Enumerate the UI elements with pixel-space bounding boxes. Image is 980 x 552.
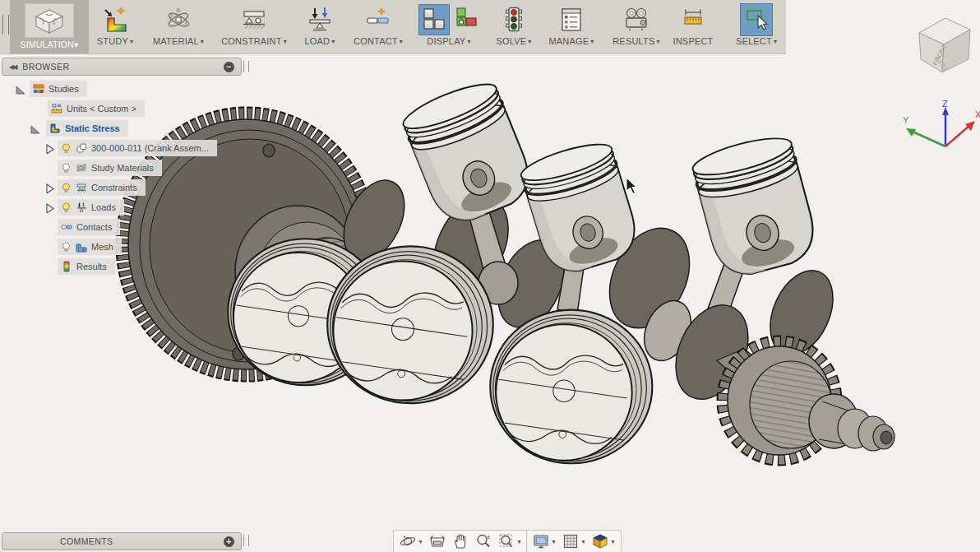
visibility-bulb-on-icon[interactable] — [61, 143, 72, 154]
visibility-bulb-on-icon[interactable] — [61, 183, 72, 193]
dropdown-arrow: ▾ — [400, 38, 403, 45]
tab-label: LOAD — [305, 36, 331, 46]
study-materials-atom-icon — [76, 162, 87, 174]
tree-label: Units < Custom > — [67, 104, 136, 114]
tree-item-study-materials[interactable]: Study Materials — [58, 160, 162, 176]
axis-triad: Z Y X — [901, 99, 980, 165]
axis-y-label: Y — [903, 115, 909, 125]
tree-item-constraints[interactable]: Constraints — [58, 179, 146, 196]
tree-label: 300-000-011 (Crank Assem... — [91, 143, 209, 153]
solve-traffic-light-icon — [500, 6, 528, 34]
piston-upper-1 — [399, 76, 539, 230]
grid-and-snaps-button[interactable]: ▼ — [559, 531, 589, 551]
load-icon — [306, 6, 334, 34]
tree-item-contacts[interactable]: Contacts — [58, 219, 120, 235]
dropdown-arrow: ▾ — [467, 38, 470, 45]
workspace-switcher[interactable]: SIMULATION▾ — [10, 0, 89, 53]
tree-item-static-stress[interactable]: Static Stress — [46, 120, 128, 137]
zoom-button[interactable]: ± — [472, 531, 495, 551]
tab-load[interactable]: LOAD▾ — [291, 0, 349, 53]
fit-button[interactable]: ▼ — [495, 531, 525, 551]
look-at-button[interactable] — [426, 531, 449, 551]
visibility-bulb-off-icon[interactable] — [61, 242, 72, 253]
study-icon — [101, 6, 129, 34]
tab-contact[interactable]: CONTACT▾ — [342, 0, 414, 53]
tab-material[interactable]: MATERIAL▾ — [144, 0, 213, 53]
look-at-icon — [428, 532, 446, 550]
visibility-bulb-on-icon[interactable] — [61, 202, 72, 213]
tab-label: SELECT — [736, 36, 772, 46]
tree-item-studies[interactable]: Studies — [30, 81, 87, 97]
orbit-button[interactable]: ▼ — [396, 531, 426, 551]
tab-constraint[interactable]: CONSTRAINT▾ — [213, 0, 295, 53]
tab-label: MANAGE — [548, 36, 589, 46]
select-selected-highlight — [740, 3, 773, 36]
expanded-triangle-icon[interactable] — [15, 84, 25, 95]
static-stress-icon — [49, 123, 61, 134]
view-cube[interactable]: FRONT LEFT — [909, 7, 980, 86]
tree-item-results[interactable]: Results — [58, 258, 115, 275]
tree-label: Study Materials — [91, 163, 154, 173]
browser-panel-grip[interactable] — [243, 61, 249, 72]
pan-button[interactable] — [449, 531, 472, 551]
tab-study[interactable]: STUDY▾ — [84, 0, 146, 53]
constraints-icon — [76, 182, 87, 193]
inspect-ruler-icon — [679, 6, 707, 34]
tree-item-component[interactable]: 300-000-011 (Crank Assem... — [58, 140, 217, 156]
comments-title: COMMENTS — [60, 536, 113, 546]
tab-solve[interactable]: SOLVE▾ — [485, 0, 543, 53]
dropdown-arrow: ▾ — [528, 38, 531, 45]
browser-panel-header[interactable]: ◀◀ BROWSER − — [2, 58, 242, 76]
dropdown-arrow: ▾ — [130, 38, 133, 45]
zoom-icon: ± — [474, 532, 492, 550]
tab-results[interactable]: RESULTS▾ — [603, 0, 669, 53]
navigation-toolbar: ▼ ± ▼ — [393, 530, 528, 552]
tab-manage[interactable]: MANAGE▾ — [537, 0, 606, 53]
constraint-icon — [240, 6, 268, 34]
ribbon-toolbar: SIMULATION▾ STUDY▾ MATERIAL▾ — [0, 0, 786, 54]
tab-select[interactable]: SELECT▾ — [727, 0, 786, 53]
tab-inspect[interactable]: INSPECT — [663, 0, 723, 53]
collapsed-triangle-icon[interactable] — [44, 143, 54, 154]
studies-icon — [33, 83, 44, 95]
add-comment-button[interactable]: + — [224, 536, 234, 547]
tab-label: DISPLAY — [427, 36, 465, 46]
mouse-cursor — [626, 178, 636, 194]
comments-panel-header[interactable]: COMMENTS + — [2, 532, 242, 550]
tab-label: CONTACT — [354, 36, 398, 46]
expanded-triangle-icon[interactable] — [30, 123, 40, 134]
toolbar-grip[interactable] — [2, 15, 9, 35]
tab-label: MATERIAL — [153, 36, 199, 46]
browser-title: BROWSER — [22, 62, 69, 72]
pan-hand-icon — [451, 532, 469, 550]
comments-panel-grip[interactable] — [243, 535, 249, 546]
tree-item-mesh[interactable]: Mesh — [58, 239, 122, 255]
material-icon — [164, 6, 192, 34]
mesh-icon — [76, 241, 87, 253]
piston-front-3 — [490, 310, 652, 464]
collapse-panel-icon[interactable]: ◀◀ — [9, 63, 16, 71]
tab-label: CONSTRAINT — [221, 36, 282, 46]
visibility-bulb-off-icon[interactable] — [61, 163, 72, 174]
dropdown-arrow: ▾ — [657, 38, 660, 45]
collapsed-triangle-icon[interactable] — [44, 183, 54, 193]
tree-item-units[interactable]: Units < Custom > — [48, 100, 145, 117]
display-settings-monitor-icon — [532, 532, 550, 550]
select-cursor-icon — [742, 6, 770, 34]
model-viewport[interactable] — [0, 0, 980, 552]
tab-label: STUDY — [97, 36, 128, 46]
viewports-button[interactable]: ▼ — [589, 531, 618, 551]
display-selected-highlight — [418, 4, 450, 35]
manage-icon — [557, 6, 585, 34]
collapsed-triangle-icon[interactable] — [44, 202, 54, 213]
minimize-panel-button[interactable]: − — [224, 62, 234, 72]
tree-item-loads[interactable]: Loads — [58, 199, 124, 216]
tab-display[interactable]: DISPLAY▾ — [409, 0, 488, 53]
piston-front-2 — [327, 246, 493, 403]
tab-label: RESULTS — [612, 36, 654, 46]
dropdown-arrow: ▾ — [331, 38, 335, 45]
display-settings-button[interactable]: ▼ — [529, 531, 559, 551]
tree-label: Mesh — [91, 242, 113, 252]
dropdown-arrow: ▾ — [74, 39, 78, 49]
window-zoom-icon — [497, 532, 515, 550]
